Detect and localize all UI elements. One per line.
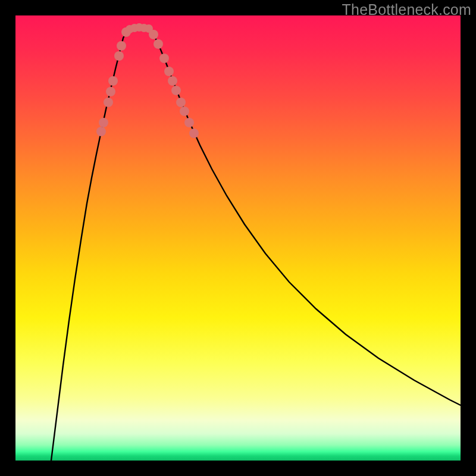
chart-svg bbox=[15, 15, 461, 461]
marker-dot bbox=[180, 107, 189, 116]
marker-dot bbox=[114, 51, 124, 61]
marker-dots bbox=[96, 23, 199, 138]
curve-right bbox=[150, 30, 461, 405]
marker-dot bbox=[117, 41, 126, 51]
marker-dot bbox=[171, 86, 181, 95]
marker-dot bbox=[99, 118, 108, 127]
marker-dot bbox=[108, 76, 118, 86]
chart-plot-area bbox=[15, 15, 461, 461]
marker-dot bbox=[106, 87, 115, 96]
marker-dot bbox=[159, 54, 169, 63]
marker-dot bbox=[145, 24, 153, 33]
marker-dot bbox=[176, 98, 186, 107]
curve-left bbox=[51, 30, 130, 461]
marker-dot bbox=[154, 39, 163, 49]
marker-dot bbox=[164, 67, 174, 76]
marker-dot bbox=[168, 76, 177, 86]
watermark-text: TheBottleneck.com bbox=[342, 1, 471, 18]
marker-dot bbox=[184, 118, 194, 127]
marker-dot bbox=[104, 98, 113, 107]
marker-dot bbox=[96, 127, 106, 136]
marker-dot bbox=[189, 129, 199, 138]
